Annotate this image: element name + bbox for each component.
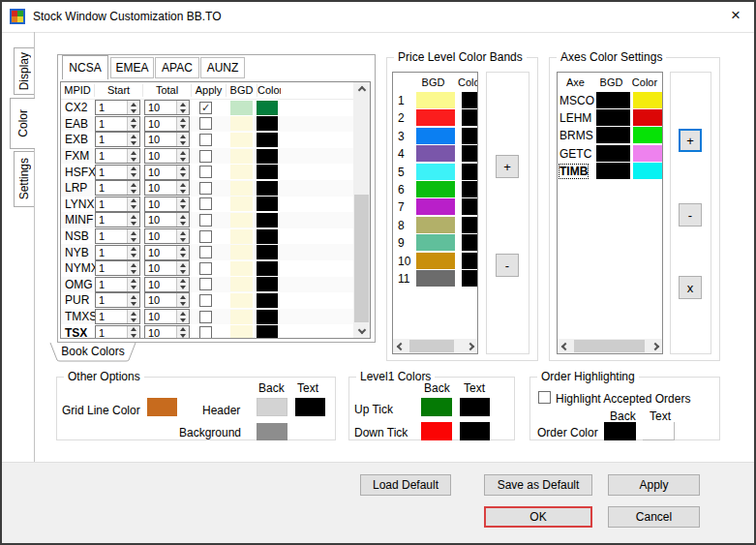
tab-aunz[interactable]: AUNZ [200,57,245,78]
apply-checkbox[interactable] [199,326,212,339]
text-color-swatch[interactable] [633,145,662,162]
text-color-swatch[interactable] [257,245,278,259]
apply-checkbox[interactable]: ✓ [199,102,212,114]
bgd-color-swatch[interactable] [230,293,253,308]
total-stepper[interactable]: 10 [144,277,190,292]
price-band-row[interactable]: 2 [393,109,477,127]
spin-down-icon[interactable] [128,253,139,259]
text-color-swatch[interactable] [257,101,278,115]
text-color-swatch[interactable] [257,149,278,164]
text-color-swatch[interactable] [462,145,477,162]
total-stepper[interactable]: 10 [144,309,190,324]
total-stepper[interactable]: 10 [144,325,190,339]
spin-up-icon[interactable] [128,149,139,156]
price-band-row[interactable]: 1 [393,92,477,109]
tab-apac[interactable]: APAC [155,57,199,78]
apply-checkbox[interactable] [199,134,212,146]
price-band-row[interactable]: 8 [393,217,477,234]
bgd-color-swatch[interactable] [596,163,629,179]
spin-up-icon[interactable] [128,213,139,220]
tab-emea[interactable]: EMEA [110,57,154,78]
total-stepper[interactable]: 10 [144,245,190,260]
side-tab-color[interactable]: Color [10,98,35,149]
bgd-color-swatch[interactable] [230,197,253,211]
start-stepper[interactable]: 1 [95,180,140,196]
axes-add-button[interactable]: + [679,129,702,152]
highlight-accepted-orders-checkbox[interactable] [538,391,551,404]
bgd-color-swatch[interactable] [416,198,455,215]
bgd-color-swatch[interactable] [230,310,253,324]
axes-row[interactable]: LEHM [558,109,662,127]
bgd-color-swatch[interactable] [230,213,253,227]
spin-down-icon[interactable] [177,172,189,179]
price-band-row[interactable]: 6 [393,181,477,198]
text-color-swatch[interactable] [633,109,662,126]
total-stepper[interactable]: 10 [144,180,190,196]
spin-down-icon[interactable] [128,107,139,114]
text-color-swatch[interactable] [257,213,278,227]
grid-line-color-swatch[interactable] [147,398,177,416]
bgd-color-swatch[interactable] [596,127,629,143]
total-stepper[interactable]: 10 [144,116,190,132]
apply-checkbox[interactable] [199,197,212,210]
spin-up-icon[interactable] [128,278,139,285]
scroll-left-icon[interactable] [393,339,408,353]
bgd-color-swatch[interactable] [416,217,455,233]
apply-checkbox[interactable] [199,311,212,323]
scroll-left-icon[interactable] [558,339,572,353]
load-default-button[interactable]: Load Default [360,474,451,496]
price-band-row[interactable]: 5 [393,164,477,181]
text-color-swatch[interactable] [462,270,477,287]
text-color-swatch[interactable] [257,133,278,147]
spin-up-icon[interactable] [177,293,189,300]
price-band-row[interactable]: 7 [393,198,477,216]
axes-row[interactable]: BRMS [558,127,662,144]
apply-checkbox[interactable] [199,214,212,227]
apply-checkbox[interactable] [199,182,212,195]
start-stepper[interactable]: 1 [95,228,140,244]
spin-up-icon[interactable] [177,117,189,124]
header-back-swatch[interactable] [257,398,287,416]
spin-down-icon[interactable] [128,139,139,146]
text-color-swatch[interactable] [633,127,662,143]
spin-down-icon[interactable] [177,124,189,131]
spin-down-icon[interactable] [177,285,189,291]
ok-button[interactable]: OK [484,506,592,528]
spin-down-icon[interactable] [177,317,189,323]
apply-checkbox[interactable] [199,117,212,130]
scroll-right-icon[interactable] [463,339,477,353]
total-stepper[interactable]: 10 [144,165,190,180]
axes-delete-button[interactable]: x [679,276,702,299]
down-tick-back-swatch[interactable] [421,422,452,440]
start-stepper[interactable]: 1 [95,212,140,227]
spin-down-icon[interactable] [177,333,189,339]
order-back-swatch[interactable] [604,422,636,440]
spin-down-icon[interactable] [128,156,139,163]
apply-checkbox[interactable] [199,166,212,178]
spin-down-icon[interactable] [128,236,139,243]
order-text-swatch[interactable] [643,422,675,440]
total-stepper[interactable]: 10 [144,212,190,227]
text-color-swatch[interactable] [462,234,477,251]
spin-up-icon[interactable] [128,197,139,204]
spin-up-icon[interactable] [177,101,189,107]
text-color-swatch[interactable] [257,310,278,324]
text-color-swatch[interactable] [462,253,477,269]
bgd-color-swatch[interactable] [230,261,253,276]
save-as-default-button[interactable]: Save as Default [484,474,592,496]
scroll-right-icon[interactable] [648,339,662,353]
start-stepper[interactable]: 1 [95,148,140,164]
spin-down-icon[interactable] [128,220,139,227]
text-color-swatch[interactable] [257,197,278,211]
tab-book-colors[interactable]: Book Colors [49,343,136,362]
start-stepper[interactable]: 1 [95,277,140,292]
bgd-color-swatch[interactable] [230,325,253,339]
bgd-color-swatch[interactable] [230,181,253,196]
price-bands-list[interactable]: BGD Color 1 2 3 4 5 6 7 8 [392,72,478,354]
bgd-color-swatch[interactable] [416,234,455,251]
text-color-swatch[interactable] [257,116,278,131]
text-color-swatch[interactable] [462,198,477,215]
bgd-color-swatch[interactable] [416,270,455,287]
total-stepper[interactable]: 10 [144,148,190,164]
spin-down-icon[interactable] [128,124,139,131]
